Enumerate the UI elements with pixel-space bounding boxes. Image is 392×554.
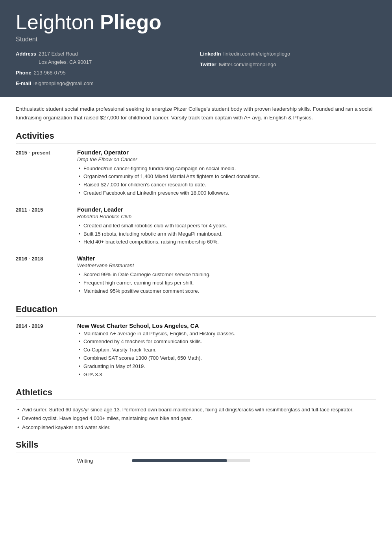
entry-date: 2016 - 2018 [16,255,71,295]
entry-date: 2011 - 2015 [16,206,71,246]
entry-org: Weathervane Restaurant [77,262,376,268]
entry-row: 2016 - 2018WaiterWeathervane RestaurantS… [16,255,376,295]
last-name: Pliego [100,11,161,33]
twitter-label: Twitter [200,61,216,69]
athletics-title: Athletics [16,387,376,400]
twitter-item: Twitter twitter.com/leightonpliego [200,61,376,69]
address-line2: Los Angeles, CA 90017 [39,58,92,67]
education-title: Education [16,304,376,317]
athletics-bullet: Avid surfer. Surfed 60 days/yr since age… [16,405,376,414]
activities-entries: 2015 - presentFounder, OperatorDrop the … [16,149,376,296]
bullet-item: Co-Captain, Varsity Track Team. [77,346,376,354]
twitter-value: twitter.com/leightonpliego [219,61,276,69]
bullet-item: Combined SAT scores 1300 (700 Verbal, 65… [77,354,376,363]
bullet-item: Created and led small robotics club with… [77,222,376,230]
athletics-bullet: Devoted cyclist. Have logged 4,000+ mile… [16,414,376,423]
linkedin-value: linkedin.com/in/leightonpliego [223,50,290,58]
athletics-section: Athletics Avid surfer. Surfed 60 days/yr… [16,387,376,431]
entry-role: Founder, Operator [77,149,376,156]
skill-bar-background [132,459,250,462]
athletics-bullets: Avid surfer. Surfed 60 days/yr since age… [16,405,376,431]
entry-content: Founder, LeaderRobotron Robotics ClubCre… [77,206,376,246]
skill-row: Writing [16,458,376,464]
first-name: Leighton [16,11,100,33]
phone-item: Phone 213-968-0795 [16,69,192,77]
skills-section: Skills Writing [16,440,376,464]
bullet-item: Scored 99% in Dale Carnegie customer ser… [77,271,376,279]
entry-role: Founder, Leader [77,206,376,213]
bullet-item: Maintained A+ average in all Physics, En… [77,330,376,338]
bullet-item: Maintained 95% positive customer comment… [77,287,376,296]
activities-section: Activities 2015 - presentFounder, Operat… [16,131,376,296]
phone-label: Phone [16,69,31,77]
athletics-entry: Avid surfer. Surfed 60 days/yr since age… [16,405,376,431]
entry-content: New West Charter School, Los Angeles, CA… [77,322,376,379]
address-item: Address 2317 Edsel Road [16,50,192,58]
entry-role: New West Charter School, Los Angeles, CA [77,322,376,329]
bullet-item: Held 40+ bracketed competitions, raising… [77,238,376,246]
entry-row: 2015 - presentFounder, OperatorDrop the … [16,149,376,197]
address-label: Address [16,50,36,58]
bullet-item: Commended by 4 teachers for communicatio… [77,338,376,346]
address-line2-item: Address Los Angeles, CA 90017 [16,58,192,67]
education-section: Education 2014 - 2019New West Charter Sc… [16,304,376,379]
entry-role: Waiter [77,255,376,262]
bullet-item: Built 15 robots, including robotic arm w… [77,230,376,238]
entry-date: 2015 - present [16,149,71,197]
skill-name: Writing [77,458,132,464]
resume-header: Leighton Pliego Student Address 2317 Eds… [0,0,392,97]
education-entries: 2014 - 2019New West Charter School, Los … [16,322,376,379]
skill-bar-fill [132,459,227,462]
entry-bullets: Scored 99% in Dale Carnegie customer ser… [77,271,376,295]
address-line1: 2317 Edsel Road [39,50,78,58]
entry-bullets: Maintained A+ average in all Physics, En… [77,330,376,379]
email-label: E-mail [16,80,31,88]
contact-info: Address 2317 Edsel Road Address Los Ange… [16,50,376,87]
entry-org: Drop the Elbow on Cancer [77,156,376,162]
summary-text: Enthusiastic student social media profes… [16,105,376,122]
entry-org: Robotron Robotics Club [77,214,376,219]
candidate-name: Leighton Pliego [16,11,376,33]
athletics-bullet: Accomplished kayaker and water skier. [16,423,376,432]
email-item: E-mail leightonpliego@gmail.com [16,80,192,88]
bullet-item: Created Facebook and LinkedIn presence w… [77,189,376,197]
entry-bullets: Created and led small robotics club with… [77,222,376,246]
bullet-item: Founded/run cancer-fighting fundraising … [77,165,376,173]
candidate-title: Student [16,36,376,43]
linkedin-label: LinkedIn [200,50,221,58]
activities-title: Activities [16,131,376,143]
bullet-item: Raised $27,000 for children's cancer res… [77,181,376,189]
entry-row: 2014 - 2019New West Charter School, Los … [16,322,376,379]
bullet-item: Frequent high earner, earning most tips … [77,279,376,287]
entry-bullets: Founded/run cancer-fighting fundraising … [77,165,376,197]
phone-value: 213-968-0795 [34,69,66,77]
linkedin-item: LinkedIn linkedin.com/in/leightonpliego [200,50,376,58]
entry-date: 2014 - 2019 [16,322,71,379]
entry-content: Founder, OperatorDrop the Elbow on Cance… [77,149,376,197]
bullet-item: GPA 3.3 [77,371,376,379]
skills-entries: Writing [16,458,376,464]
skills-title: Skills [16,440,376,452]
entry-content: WaiterWeathervane RestaurantScored 99% i… [77,255,376,295]
email-value: leightonpliego@gmail.com [33,80,94,88]
resume-main: Enthusiastic student social media profes… [0,97,392,483]
entry-row: 2011 - 2015Founder, LeaderRobotron Robot… [16,206,376,246]
bullet-item: Graduating in May of 2019. [77,363,376,371]
bullet-item: Organized community of 1,400 Mixed Marti… [77,173,376,181]
